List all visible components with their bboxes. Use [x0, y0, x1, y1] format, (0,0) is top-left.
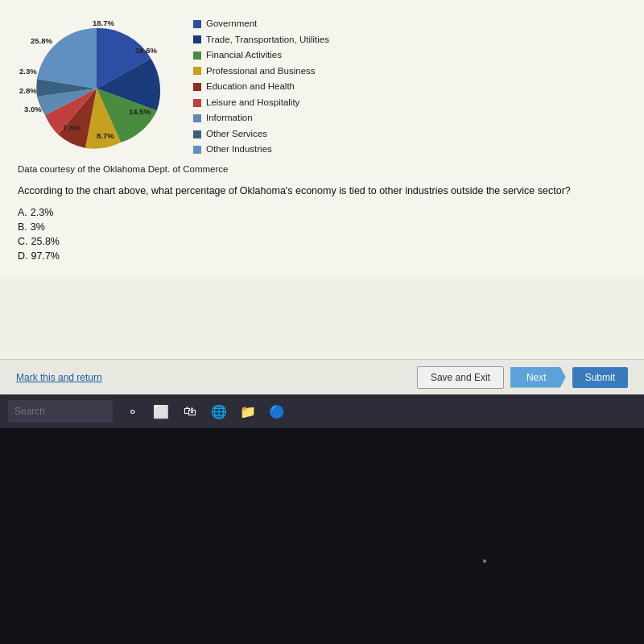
pie-label-other-services: 2.3%: [19, 67, 37, 76]
legend-label-other-industries: Other Industries: [206, 142, 272, 158]
option-b-letter: B.: [18, 221, 27, 233]
option-d-text: 97.7%: [31, 250, 60, 262]
pie-label-leisure: 3.0%: [24, 105, 42, 114]
legend-item-trade: Trade, Transportation, Utilities: [193, 32, 329, 48]
legend-item-other-industries: Other Industries: [193, 142, 329, 158]
option-c-letter: C.: [18, 236, 28, 247]
legend-label-government: Government: [206, 16, 257, 32]
legend-item-leisure: Leisure and Hospitality: [193, 95, 329, 111]
legend-item-education: Education and Health: [193, 79, 329, 95]
pie-label-trade: 16.6%: [135, 46, 157, 55]
task-view-icon[interactable]: ⬜: [151, 402, 171, 421]
files-icon[interactable]: 📁: [238, 402, 258, 421]
search-icon[interactable]: ⚬: [122, 402, 142, 421]
chrome-icon[interactable]: 🔵: [267, 402, 287, 421]
bottom-bar: Mark this and return Save and Exit Next …: [0, 359, 644, 394]
legend-color-trade: [193, 35, 201, 43]
legend-label-other-services: Other Services: [206, 126, 267, 142]
desktop-dot: [483, 559, 486, 563]
question-section: According to the chart above, what perce…: [16, 184, 628, 262]
legend-label-trade: Trade, Transportation, Utilities: [206, 32, 329, 48]
submit-button[interactable]: Submit: [572, 367, 628, 388]
store-icon[interactable]: 🛍: [180, 402, 200, 421]
legend-item-other-services: Other Services: [193, 126, 329, 142]
legend-color-government: [193, 20, 201, 28]
legend-item-government: Government: [193, 16, 329, 32]
legend-color-financial: [193, 52, 201, 60]
option-a-letter: A.: [18, 207, 27, 218]
pie-label-information: 2.8%: [19, 86, 37, 95]
question-text: According to the chart above, what perce…: [18, 184, 626, 199]
pie-label-financial: 14.5%: [129, 107, 151, 116]
mark-return-link[interactable]: Mark this and return: [16, 372, 102, 383]
answer-option-a[interactable]: A. 2.3%: [18, 207, 626, 218]
save-exit-button[interactable]: Save and Exit: [417, 366, 504, 389]
legend-color-other-industries: [193, 146, 201, 154]
search-input[interactable]: [8, 400, 113, 423]
taskbar: ⚬ ⬜ 🛍 🌐 📁 🔵: [0, 394, 644, 428]
pie-chart: 18.7% 16.6% 14.5% 8.7% 7.6% 3.0% 2.8% 2.…: [16, 12, 177, 153]
legend-color-other-services: [193, 130, 201, 138]
legend-label-financial: Financial Activities: [206, 47, 282, 64]
legend-item-professional: Professional and Business: [193, 64, 329, 80]
chart-legend: Government Trade, Transportation, Utilit…: [193, 12, 329, 158]
legend-color-education: [193, 83, 201, 91]
answer-option-d[interactable]: D. 97.7%: [18, 250, 626, 262]
pie-label-professional: 8.7%: [97, 131, 114, 140]
legend-label-professional: Professional and Business: [206, 64, 316, 80]
next-button[interactable]: Next: [510, 367, 566, 388]
edge-icon[interactable]: 🌐: [209, 402, 229, 421]
legend-color-professional: [193, 67, 201, 75]
legend-item-financial: Financial Activities: [193, 47, 329, 64]
legend-color-leisure: [193, 99, 201, 107]
option-d-letter: D.: [18, 250, 28, 262]
data-source: Data courtesy of the Oklahoma Dept. of C…: [16, 164, 628, 174]
bottom-buttons: Save and Exit Next Submit: [417, 366, 628, 389]
pie-label-other-industries: 25.8%: [31, 36, 52, 45]
option-a-text: 2.3%: [31, 207, 54, 218]
legend-label-leisure: Leisure and Hospitality: [206, 95, 299, 111]
legend-item-information: Information: [193, 110, 329, 126]
dark-desktop: [0, 428, 644, 644]
option-c-text: 25.8%: [31, 236, 60, 247]
legend-label-information: Information: [206, 110, 253, 126]
legend-label-education: Education and Health: [206, 79, 295, 95]
answer-option-b[interactable]: B. 3%: [18, 221, 626, 233]
legend-color-information: [193, 114, 201, 122]
answer-option-c[interactable]: C. 25.8%: [18, 236, 626, 247]
pie-label-education: 7.6%: [63, 123, 80, 132]
option-b-text: 3%: [31, 221, 45, 233]
pie-label-government: 18.7%: [93, 19, 114, 27]
